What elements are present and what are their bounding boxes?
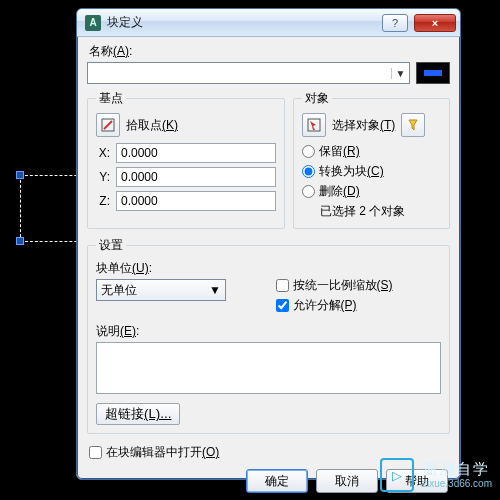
convert-radio[interactable]: 转换为块(C) [302, 163, 441, 180]
block-preview-swatch [416, 62, 450, 84]
preview-shape [424, 70, 442, 76]
unit-label: 块单位(U): [96, 260, 262, 277]
titlebar-close-button[interactable]: × [414, 14, 456, 32]
z-input[interactable] [116, 191, 276, 211]
retain-radio[interactable]: 保留(R) [302, 143, 441, 160]
select-objects-icon[interactable] [302, 113, 326, 137]
unit-combobox[interactable]: 无单位 ▼ [96, 279, 226, 301]
window-title: 块定义 [107, 14, 376, 31]
hyperlink-button[interactable]: 超链接(L)... [96, 403, 180, 425]
titlebar-help-button[interactable]: ? [382, 14, 408, 32]
chevron-down-icon[interactable]: ▼ [209, 283, 221, 297]
grip-handle[interactable] [16, 237, 24, 245]
ok-button[interactable]: 确定 [246, 469, 308, 493]
objects-legend: 对象 [302, 90, 332, 107]
delete-radio[interactable]: 删除(D) [302, 183, 441, 200]
pick-point-label: 拾取点(K) [126, 117, 178, 134]
description-textarea[interactable] [96, 342, 441, 394]
z-label: Z: [96, 194, 110, 208]
play-icon: ▷ [380, 458, 414, 492]
objects-group: 对象 选择对象(T) 保留(R) 转换为块(C) [293, 90, 450, 229]
pick-point-icon[interactable] [96, 113, 120, 137]
chevron-down-icon[interactable]: ▼ [391, 68, 409, 79]
allow-explode-checkbox[interactable]: 允许分解(P) [276, 297, 442, 314]
block-definition-dialog: A 块定义 ? × 名称(A): ▼ 基点 [76, 8, 461, 480]
unit-value: 无单位 [101, 282, 137, 299]
basepoint-group: 基点 拾取点(K) X: Y: [87, 90, 285, 229]
uniform-scale-checkbox[interactable]: 按统一比例缩放(S) [276, 277, 442, 294]
titlebar[interactable]: A 块定义 ? × [77, 9, 460, 37]
grip-handle[interactable] [16, 171, 24, 179]
cancel-button[interactable]: 取消 [316, 469, 378, 493]
name-combobox[interactable]: ▼ [87, 62, 410, 84]
name-label: 名称(A): [89, 43, 132, 60]
y-label: Y: [96, 170, 110, 184]
basepoint-legend: 基点 [96, 90, 126, 107]
name-input[interactable] [88, 64, 391, 82]
svg-line-1 [104, 121, 112, 129]
watermark: ▷ 溜溜自学 zixue.3d66.com [380, 458, 492, 492]
x-label: X: [96, 146, 110, 160]
watermark-cn: 溜溜自学 [422, 461, 492, 478]
description-label: 说明(E): [96, 323, 441, 340]
selection-status: 已选择 2 个对象 [320, 203, 441, 220]
watermark-en: zixue.3d66.com [422, 478, 492, 489]
settings-legend: 设置 [96, 237, 126, 254]
y-input[interactable] [116, 167, 276, 187]
select-objects-label: 选择对象(T) [332, 117, 395, 134]
quickselect-icon[interactable] [401, 113, 425, 137]
x-input[interactable] [116, 143, 276, 163]
settings-group: 设置 块单位(U): 无单位 ▼ 按统一比例缩放(S) 允 [87, 237, 450, 434]
app-icon: A [85, 15, 101, 31]
